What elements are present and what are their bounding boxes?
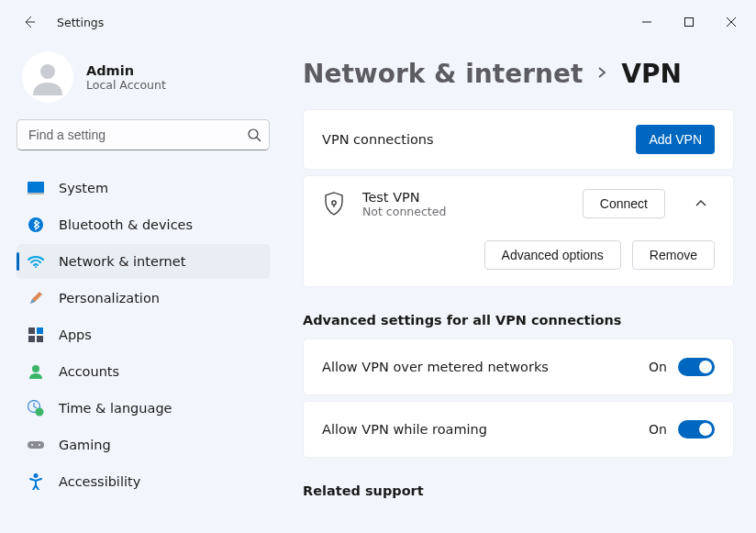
roaming-toggle[interactable] [678, 420, 715, 439]
metered-toggle-row: Allow VPN over metered networks On [303, 339, 734, 395]
chevron-right-icon [595, 66, 608, 82]
close-button[interactable] [710, 7, 752, 37]
svg-point-15 [31, 444, 33, 446]
accessibility-icon [28, 473, 44, 490]
sidebar-item-label: Accounts [59, 364, 119, 379]
related-section-title: Related support [303, 483, 734, 498]
arrow-left-icon [22, 15, 37, 29]
paintbrush-icon [28, 290, 44, 306]
profile-name: Admin [86, 63, 166, 78]
add-vpn-button[interactable]: Add VPN [636, 125, 715, 154]
search-button[interactable] [246, 127, 262, 143]
svg-point-1 [40, 64, 55, 79]
titlebar: Settings [0, 0, 756, 44]
main-content: Network & internet VPN VPN connections A… [275, 44, 756, 533]
window-title: Settings [57, 16, 104, 29]
wifi-icon [28, 253, 44, 270]
roaming-state: On [649, 422, 667, 437]
profile-block[interactable]: Admin Local Account [17, 44, 275, 119]
back-button[interactable] [20, 13, 39, 31]
gamepad-icon [28, 437, 44, 453]
breadcrumb-parent[interactable]: Network & internet [303, 59, 583, 89]
window-controls [626, 7, 752, 37]
minimize-button[interactable] [626, 7, 668, 37]
breadcrumb: Network & internet VPN [303, 59, 734, 89]
roaming-label: Allow VPN while roaming [322, 422, 649, 437]
svg-point-6 [35, 266, 37, 268]
sidebar-item-apps[interactable]: Apps [17, 317, 270, 352]
shield-icon [322, 192, 346, 216]
breadcrumb-current: VPN [621, 59, 682, 89]
profile-subtitle: Local Account [86, 78, 166, 92]
advanced-section-title: Advanced settings for all VPN connection… [303, 313, 734, 328]
clock-globe-icon [28, 400, 44, 416]
metered-state: On [649, 360, 667, 374]
apps-icon [28, 327, 44, 343]
sidebar-item-accessibility[interactable]: Accessibility [17, 464, 270, 499]
svg-rect-0 [685, 18, 694, 27]
metered-toggle[interactable] [678, 358, 715, 376]
svg-rect-7 [28, 328, 35, 334]
svg-rect-3 [28, 182, 44, 193]
search-icon [248, 128, 261, 142]
vpn-item-card: Test VPN Not connected Connect Advanced … [303, 175, 734, 287]
svg-rect-10 [37, 336, 43, 342]
system-icon [28, 180, 44, 196]
close-icon [727, 17, 736, 27]
accounts-icon [28, 363, 44, 380]
maximize-button[interactable] [668, 7, 710, 37]
svg-point-13 [36, 408, 44, 416]
sidebar-item-label: Bluetooth & devices [59, 217, 193, 232]
sidebar-item-label: Apps [59, 328, 92, 342]
vpn-connections-card: VPN connections Add VPN [303, 109, 734, 170]
svg-point-16 [39, 444, 40, 446]
sidebar-item-label: Personalization [59, 291, 160, 305]
minimize-icon [642, 17, 651, 27]
sidebar-item-system[interactable]: System [17, 171, 270, 205]
svg-rect-8 [37, 328, 43, 334]
remove-vpn-button[interactable]: Remove [632, 240, 715, 270]
sidebar-item-accounts[interactable]: Accounts [17, 354, 270, 389]
sidebar-item-label: Gaming [59, 438, 111, 452]
sidebar-item-label: Network & internet [59, 254, 185, 269]
svg-point-11 [32, 365, 39, 372]
person-icon [29, 59, 66, 95]
avatar [22, 51, 73, 103]
sidebar-item-gaming[interactable]: Gaming [17, 428, 270, 462]
maximize-icon [684, 17, 694, 27]
sidebar-item-time-language[interactable]: Time & language [17, 391, 270, 426]
expand-vpn-button[interactable] [687, 190, 715, 217]
sidebar-item-network[interactable]: Network & internet [17, 244, 270, 279]
nav-list: System Bluetooth & devices Network & int… [17, 171, 275, 499]
svg-point-18 [332, 201, 336, 205]
vpn-item-status: Not connected [362, 205, 566, 218]
sidebar-item-label: System [59, 181, 108, 195]
chevron-up-icon [695, 197, 707, 210]
svg-rect-14 [28, 441, 44, 449]
sidebar-item-label: Accessibility [59, 474, 140, 489]
search-input[interactable] [17, 119, 270, 150]
svg-point-2 [249, 129, 258, 139]
bluetooth-icon [28, 217, 44, 233]
sidebar-item-bluetooth[interactable]: Bluetooth & devices [17, 207, 270, 242]
sidebar-item-label: Time & language [59, 401, 172, 416]
sidebar: Admin Local Account System Bluetooth & d… [0, 44, 275, 533]
advanced-options-button[interactable]: Advanced options [484, 240, 621, 270]
svg-rect-9 [28, 336, 35, 342]
roaming-toggle-row: Allow VPN while roaming On [303, 401, 734, 458]
metered-label: Allow VPN over metered networks [322, 360, 649, 374]
svg-point-17 [34, 473, 39, 478]
svg-rect-4 [28, 193, 44, 194]
sidebar-item-personalization[interactable]: Personalization [17, 281, 270, 316]
connect-button[interactable]: Connect [583, 189, 665, 218]
vpn-connections-label: VPN connections [322, 132, 636, 147]
vpn-item-name: Test VPN [362, 190, 566, 205]
